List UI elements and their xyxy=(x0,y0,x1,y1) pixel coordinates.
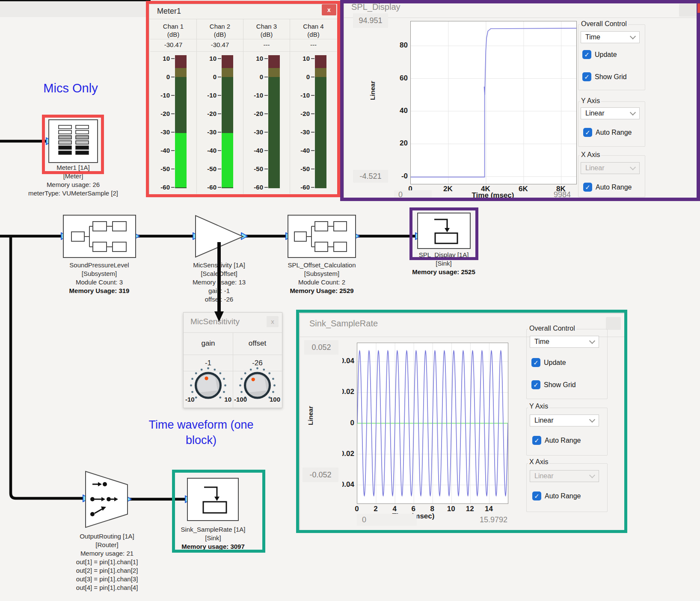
scale-tick-mark xyxy=(264,95,268,96)
spl-offset-calculation-block[interactable] xyxy=(288,215,356,258)
scale-tick-label: -40 xyxy=(290,147,310,154)
x-max-field[interactable]: 9984 xyxy=(528,190,571,199)
y-auto-range-checkbox[interactable]: Auto Range xyxy=(532,436,581,445)
scale-tick-mark xyxy=(218,169,221,169)
y-axis-group-label: Y Axis xyxy=(580,97,601,105)
scale-tick-mark xyxy=(311,58,314,59)
x-scale-dropdown[interactable]: Linear xyxy=(581,162,640,174)
y-tick-label: 0.02 xyxy=(342,388,354,396)
annotation-mics-only: Mics Only xyxy=(36,81,105,95)
block-label-line: Memory usage: 26 xyxy=(26,181,120,189)
meter-scale: 100-10-20-30-40-50-60 xyxy=(150,52,196,192)
meter-body-zone xyxy=(315,77,326,188)
scale-tick-mark xyxy=(171,95,175,96)
x-min-field[interactable]: 0 xyxy=(357,514,417,526)
meter-channel: Chan 2(dB)-30.47100-10-20-30-40-50-60 xyxy=(197,19,243,194)
mic-close-button[interactable]: x xyxy=(267,316,279,327)
y-scale-dropdown[interactable]: Linear xyxy=(581,107,640,119)
show-grid-checkbox[interactable]: Show Grid xyxy=(582,72,627,81)
chevron-down-icon xyxy=(589,338,595,344)
annotation-time-waveform-line2: block) xyxy=(139,434,263,447)
block-label-line: [Sink] xyxy=(392,259,495,268)
block-label-line: out[3] = pin[1].chan[3] xyxy=(47,575,167,583)
output-routing-block[interactable] xyxy=(85,471,128,528)
scale-tick-mark xyxy=(171,150,175,151)
sink-x-ticks: 02468101214 xyxy=(357,505,507,512)
gain-max-label: 10 xyxy=(218,396,231,403)
meter-warn-zone xyxy=(222,68,233,77)
checkbox-checked-icon xyxy=(583,183,592,192)
scale-tick-label: -10 xyxy=(150,92,170,99)
chevron-down-icon xyxy=(589,417,595,423)
scale-tick-label: 10 xyxy=(150,55,170,62)
overall-control-label: Overall Control xyxy=(580,20,628,28)
scale-tick-label: -30 xyxy=(290,128,310,136)
sound-pressure-level-block[interactable] xyxy=(63,215,136,258)
meter-scale: 100-10-20-30-40-50-60 xyxy=(290,52,337,192)
block-label-line: Memory Usage: 319 xyxy=(42,287,157,295)
x-auto-range-checkbox[interactable]: Auto Range xyxy=(532,491,581,500)
scale-tick-label: -20 xyxy=(290,110,310,118)
scale-tick-label: -60 xyxy=(243,184,263,191)
meter1-close-button[interactable]: x xyxy=(322,4,336,15)
x-axis-group-label: X Axis xyxy=(528,458,549,466)
scale-tick-mark xyxy=(171,58,175,59)
block-label-line: meterType: VUMeterSample [2] xyxy=(26,189,120,198)
meter-active-level xyxy=(222,133,233,187)
scale-tick-mark xyxy=(311,95,314,96)
channel-value: --- xyxy=(243,39,290,52)
show-grid-checkbox[interactable]: Show Grid xyxy=(531,380,576,389)
x-max-field[interactable]: 15.9792 xyxy=(448,515,507,524)
x-axis-group-label: X Axis xyxy=(580,151,601,159)
x-scale-dropdown[interactable]: Linear xyxy=(530,470,599,482)
spl-display-block[interactable] xyxy=(417,213,471,249)
scale-tick-label: 10 xyxy=(290,55,310,62)
scale-tick-label: -60 xyxy=(150,184,170,191)
meter-channel: Chan 1(dB)-30.47100-10-20-30-40-50-60 xyxy=(150,19,197,194)
y-auto-range-checkbox[interactable]: Auto Range xyxy=(583,128,632,137)
update-checkbox[interactable]: Update xyxy=(531,358,566,367)
x-min-field[interactable]: 0 xyxy=(394,190,432,199)
mode-dropdown[interactable]: Time xyxy=(530,336,599,348)
scale-tick-label: 0 xyxy=(150,73,170,81)
spl-chart xyxy=(411,21,576,184)
scale-tick-label: -10 xyxy=(290,92,310,99)
channel-value: --- xyxy=(290,39,337,52)
y-scale-dropdown[interactable]: Linear xyxy=(530,414,599,426)
sink-samplerate-block[interactable] xyxy=(187,478,239,521)
update-checkbox[interactable]: Update xyxy=(582,50,617,59)
scale-tick-mark xyxy=(311,169,314,169)
spl-close-button-sliver[interactable] xyxy=(697,3,700,13)
block-label-line: Memory usage: 2525 xyxy=(392,268,495,276)
sink-plot-area[interactable] xyxy=(357,343,508,504)
x-auto-range-checkbox[interactable]: Auto Range xyxy=(583,183,632,192)
meter-active-level xyxy=(175,133,187,187)
scale-tick-mark xyxy=(171,113,175,114)
meter-body-zone xyxy=(268,77,280,188)
meter-block[interactable] xyxy=(48,119,98,163)
meter-block-label: Meter1 [1A][Meter]Memory usage: 26meterT… xyxy=(26,163,120,198)
y-tick-label: 40 xyxy=(400,107,408,115)
meter1-window-title: Meter1 xyxy=(157,7,181,16)
spl-window-button[interactable] xyxy=(679,4,698,17)
scale-tick-label: -60 xyxy=(197,184,217,191)
scale-tick-label: 0 xyxy=(290,73,310,81)
meter-warn-zone xyxy=(268,68,280,77)
y-min-readout: -0.052 xyxy=(303,468,338,482)
checkbox-checked-icon xyxy=(531,380,540,389)
scale-tick-label: 0 xyxy=(243,73,263,81)
channel-value: -30.47 xyxy=(197,39,243,52)
scale-tick-label: -60 xyxy=(290,184,310,191)
annotation-time-waveform-line1: Time waveform (one xyxy=(139,418,263,432)
sink-close-button[interactable] xyxy=(606,317,621,330)
scale-tick-mark xyxy=(264,169,268,169)
meter-channel: Chan 4(dB)---100-10-20-30-40-50-60 xyxy=(290,19,337,194)
overall-control-label: Overall Control xyxy=(528,325,576,332)
mode-dropdown[interactable]: Time xyxy=(581,31,640,43)
block-label-line: OutputRouting [1A] xyxy=(47,532,167,541)
block-label-line: [Subsystem] xyxy=(266,269,377,278)
spl-plot-area[interactable] xyxy=(410,21,577,184)
offset-column-header: offset xyxy=(233,339,282,348)
scale-tick-mark xyxy=(311,150,314,151)
block-label-line: SoundPressureLevel xyxy=(42,261,157,269)
